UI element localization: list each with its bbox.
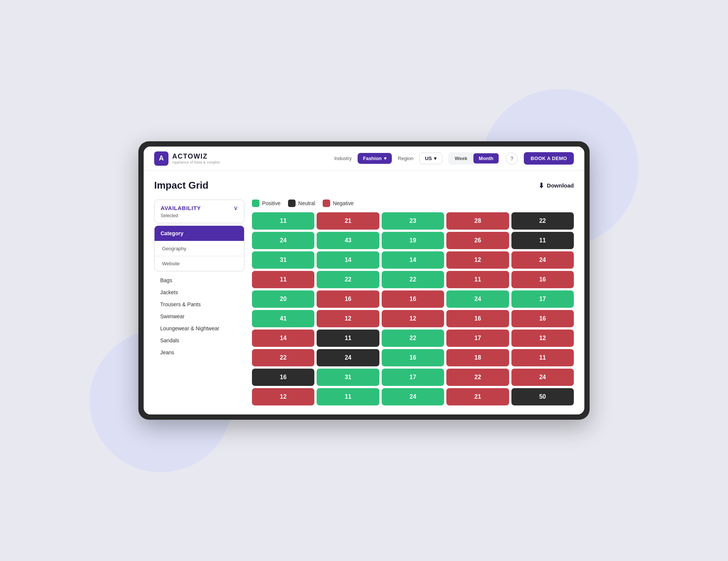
industry-chevron-icon: ▾: [384, 156, 387, 161]
grid-cell-r7-c4: 11: [511, 349, 574, 366]
device-frame: A ACTOWIZ Appliance of Data & Insights I…: [138, 141, 590, 420]
negative-label: Negative: [333, 200, 353, 206]
download-icon: ⬇: [538, 181, 544, 190]
sidebar-item-website[interactable]: Website: [155, 256, 244, 271]
grid-cell-r2-c1: 14: [317, 251, 379, 269]
grid-cell-r3-c3: 11: [446, 271, 509, 288]
content-layout: AVAILABILITY ∨ Selected Category Geograp…: [154, 200, 574, 405]
logo-text: ACTOWIZ Appliance of Data & Insights: [172, 153, 220, 164]
availability-header: AVAILABILITY ∨: [155, 200, 244, 213]
logo-letter: A: [159, 154, 164, 162]
outer-background: A ACTOWIZ Appliance of Data & Insights I…: [120, 112, 608, 450]
app-container: A ACTOWIZ Appliance of Data & Insights I…: [144, 147, 584, 414]
grid-cell-r1-c0: 24: [252, 232, 314, 249]
grid-cell-r8-c0: 16: [252, 369, 314, 386]
grid-cell-r4-c1: 16: [317, 290, 379, 308]
logo-tagline: Appliance of Data & Insights: [172, 160, 220, 164]
negative-dot: [323, 200, 330, 207]
grid-cell-r8-c3: 22: [446, 369, 509, 386]
grid-cell-r5-c1: 12: [317, 310, 379, 327]
grid-cell-r9-c2: 24: [382, 388, 444, 405]
navbar: A ACTOWIZ Appliance of Data & Insights I…: [144, 147, 584, 171]
availability-dropdown[interactable]: AVAILABILITY ∨ Selected: [154, 200, 244, 223]
grid-cell-r0-c2: 23: [382, 212, 444, 230]
availability-title: AVAILABILITY: [161, 205, 201, 211]
book-demo-button[interactable]: BOOK A DEMO: [524, 152, 574, 165]
grid-cell-r4-c2: 16: [382, 290, 444, 308]
logo-name: ACTOWIZ: [172, 153, 220, 160]
grid-cell-r3-c0: 11: [252, 271, 314, 288]
grid-cell-r9-c4: 50: [511, 388, 574, 405]
list-item-jackets[interactable]: Jackets: [154, 286, 244, 298]
grid-cell-r5-c0: 41: [252, 310, 314, 327]
industry-value: Fashion: [363, 156, 382, 161]
list-item-jeans[interactable]: Jeans: [154, 346, 244, 358]
time-toggle-group: Week Month: [448, 152, 500, 165]
neutral-dot: [288, 200, 296, 207]
grid-cell-r0-c3: 28: [446, 212, 509, 230]
download-label: Download: [547, 182, 574, 189]
sidebar-item-category[interactable]: Category: [155, 226, 244, 241]
region-label: Region: [398, 156, 413, 161]
grid-cell-r2-c4: 24: [511, 251, 574, 269]
grid-cell-r2-c3: 12: [446, 251, 509, 269]
grid-cell-r8-c1: 31: [317, 369, 379, 386]
grid-cell-r8-c4: 24: [511, 369, 574, 386]
grid-cell-r6-c0: 14: [252, 330, 314, 347]
grid-cell-r6-c4: 12: [511, 330, 574, 347]
logo-icon: A: [154, 151, 168, 166]
list-item-sandals[interactable]: Sandals: [154, 334, 244, 346]
sidebar-list: Bags Jackets Trousers & Pants Swimwear L…: [154, 271, 244, 361]
grid-cell-r3-c1: 22: [317, 271, 379, 288]
logo-area: A ACTOWIZ Appliance of Data & Insights: [154, 151, 220, 166]
grid-cell-r2-c2: 14: [382, 251, 444, 269]
page-header: Impact Grid ⬇ Download: [154, 180, 574, 191]
grid-cell-r0-c0: 11: [252, 212, 314, 230]
month-toggle-button[interactable]: Month: [473, 153, 499, 163]
grid-cell-r4-c4: 17: [511, 290, 574, 308]
region-dropdown[interactable]: US ▾: [419, 153, 442, 164]
grid-cell-r1-c2: 19: [382, 232, 444, 249]
list-item-trousers[interactable]: Trousers & Pants: [154, 298, 244, 310]
week-toggle-button[interactable]: Week: [449, 153, 473, 163]
availability-selected-label: Selected: [155, 213, 244, 223]
grid-cell-r1-c3: 26: [446, 232, 509, 249]
grid-cell-r0-c1: 21: [317, 212, 379, 230]
grid-cell-r5-c3: 16: [446, 310, 509, 327]
industry-dropdown[interactable]: Fashion ▾: [358, 153, 392, 164]
help-button[interactable]: ?: [506, 153, 518, 165]
download-button[interactable]: ⬇ Download: [538, 181, 574, 190]
grid-cell-r5-c2: 12: [382, 310, 444, 327]
impact-grid: 1121232822244319261131141412241122221116…: [252, 212, 574, 405]
grid-cell-r6-c3: 17: [446, 330, 509, 347]
positive-dot: [252, 200, 259, 207]
page-title: Impact Grid: [154, 180, 208, 191]
list-item-loungewear[interactable]: Loungewear & Nightwear: [154, 322, 244, 334]
grid-cell-r1-c4: 11: [511, 232, 574, 249]
region-value: US: [425, 156, 432, 161]
grid-cell-r1-c1: 43: [317, 232, 379, 249]
grid-cell-r2-c0: 31: [252, 251, 314, 269]
grid-cell-r0-c4: 22: [511, 212, 574, 230]
grid-cell-r9-c1: 11: [317, 388, 379, 405]
sidebar-item-geography[interactable]: Geography: [155, 241, 244, 256]
grid-cell-r4-c3: 24: [446, 290, 509, 308]
grid-cell-r3-c2: 22: [382, 271, 444, 288]
grid-cell-r7-c1: 24: [317, 349, 379, 366]
grid-cell-r7-c3: 18: [446, 349, 509, 366]
list-item-swimwear[interactable]: Swimwear: [154, 310, 244, 322]
grid-cell-r5-c4: 16: [511, 310, 574, 327]
grid-cell-r7-c2: 16: [382, 349, 444, 366]
grid-cell-r8-c2: 17: [382, 369, 444, 386]
legend-neutral: Neutral: [288, 200, 315, 207]
sidebar: AVAILABILITY ∨ Selected Category Geograp…: [154, 200, 244, 405]
grid-cell-r3-c4: 16: [511, 271, 574, 288]
list-item-bags[interactable]: Bags: [154, 274, 244, 286]
grid-cell-r6-c2: 22: [382, 330, 444, 347]
grid-container: Positive Neutral Negative: [252, 200, 574, 405]
grid-cell-r7-c0: 22: [252, 349, 314, 366]
nav-controls: Industry Fashion ▾ Region US ▾ Week Mont…: [334, 152, 574, 165]
sidebar-menu: Category Geography Website: [154, 225, 244, 271]
grid-cell-r6-c1: 11: [317, 330, 379, 347]
grid-cell-r9-c3: 21: [446, 388, 509, 405]
